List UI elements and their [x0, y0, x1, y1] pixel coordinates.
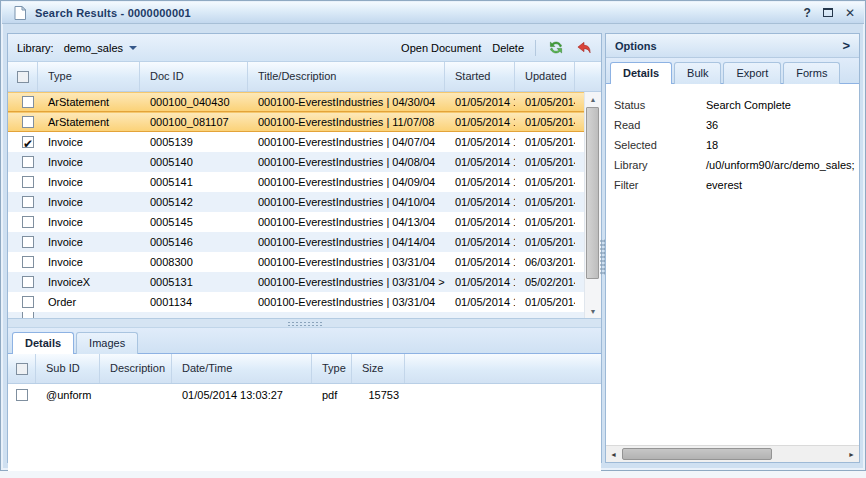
row-checkbox[interactable]: [22, 296, 34, 308]
scrollbar-thumb[interactable]: [586, 107, 599, 279]
grid-header: Type Doc ID Title/Description Started Up…: [8, 62, 601, 92]
retrieve-button[interactable]: [575, 40, 592, 56]
column-header-type[interactable]: Type: [38, 62, 140, 91]
subgrid-select-all-cell: [8, 354, 36, 383]
table-row[interactable]: @unform 01/05/2014 13:03:27 pdf 15753: [8, 384, 601, 406]
column-header-sub-id[interactable]: Sub ID: [36, 354, 100, 383]
scrollbar-down-button[interactable]: ▼: [585, 304, 601, 318]
collapse-panel-button[interactable]: >: [842, 38, 850, 53]
subgrid-header: Sub ID Description Date/Time Type Size: [8, 354, 601, 384]
row-checkbox[interactable]: [22, 96, 34, 108]
column-header-doc-id[interactable]: Doc ID: [140, 62, 248, 91]
delete-button[interactable]: Delete: [492, 42, 524, 54]
cell-doc-id: 0001134: [140, 292, 248, 312]
table-row[interactable]: InvoiceX 0005131 000100-EverestIndustrie…: [8, 272, 584, 292]
cell-description: [100, 384, 172, 406]
field-label: Status: [614, 95, 706, 115]
table-row[interactable]: ArStatement 000100_081107 000100-Everest…: [8, 112, 584, 132]
cell-type: Invoice: [38, 172, 140, 192]
cell-updated: 05/02/2014 0: [515, 272, 575, 292]
subgrid-select-all-checkbox[interactable]: [16, 363, 28, 375]
cell-file-type: pdf: [312, 384, 352, 406]
maximize-button[interactable]: [823, 8, 833, 17]
row-checkbox[interactable]: [22, 176, 34, 188]
cell-updated: 01/05/2014 1: [515, 292, 575, 312]
help-button[interactable]: ?: [804, 6, 811, 20]
column-header-size[interactable]: Size: [352, 354, 405, 383]
tab-options-export[interactable]: Export: [723, 62, 781, 84]
row-checkbox-checked[interactable]: [22, 136, 34, 148]
scrollbar-up-button[interactable]: ▲: [585, 92, 601, 106]
page-background: [0, 471, 866, 478]
tab-details[interactable]: Details: [12, 332, 74, 354]
field-read: Read 36: [614, 115, 859, 135]
cell-title: 000100-EverestIndustries | 03/31/04: [248, 252, 445, 272]
library-dropdown[interactable]: demo_sales: [64, 42, 137, 54]
scrollbar-thumb[interactable]: [622, 448, 772, 460]
cell-type: ArStatement: [38, 113, 140, 131]
cell-updated: 01/05/2014 1: [515, 93, 575, 111]
checkbox-cell: [8, 152, 38, 172]
table-row[interactable]: Invoice 0008300 000100-EverestIndustries…: [8, 252, 584, 272]
cell-started: 01/05/2014 1: [445, 113, 515, 131]
checkbox-cell: [8, 292, 38, 312]
cell-updated: 01/05/2014 1: [515, 113, 575, 131]
cell-doc-id: 0005146: [140, 232, 248, 252]
table-row[interactable]: Invoice 0005145 000100-EverestIndustries…: [8, 212, 584, 232]
open-document-button[interactable]: Open Document: [401, 42, 481, 54]
cell-type: Invoice: [38, 252, 140, 272]
table-row[interactable]: Invoice 0005142 000100-EverestIndustries…: [8, 192, 584, 212]
table-row[interactable]: Invoice 0005139 000100-EverestIndustries…: [8, 132, 584, 152]
cell-type: Order: [38, 292, 140, 312]
close-button[interactable]: ✕: [845, 6, 855, 20]
tab-images[interactable]: Images: [76, 332, 138, 354]
column-header-file-type[interactable]: Type: [312, 354, 352, 383]
row-checkbox[interactable]: [22, 236, 34, 248]
cell-started: 01/05/2014 1: [445, 132, 515, 152]
horizontal-splitter[interactable]: [8, 318, 601, 328]
cell-title: 000100-EverestIndustries | 04/08/04: [248, 152, 445, 172]
column-header-date-time[interactable]: Date/Time: [172, 354, 312, 383]
row-checkbox[interactable]: [22, 216, 34, 228]
checkbox-cell: [8, 212, 38, 232]
column-header-title[interactable]: Title/Description: [248, 62, 445, 91]
tab-options-details[interactable]: Details: [610, 62, 672, 84]
row-checkbox[interactable]: [22, 256, 34, 268]
table-row[interactable]: Invoice 0005141 000100-EverestIndustries…: [8, 172, 584, 192]
cell-started: 01/05/2014 1: [445, 93, 515, 111]
cell-updated: 01/05/2014 1: [515, 232, 575, 252]
cell-type: Invoice: [38, 152, 140, 172]
row-checkbox[interactable]: [22, 156, 34, 168]
field-value: 18: [706, 135, 718, 155]
table-row[interactable]: Invoice 0005146 000100-EverestIndustries…: [8, 232, 584, 252]
cell-started: 01/05/2014 1: [445, 152, 515, 172]
column-header-updated[interactable]: Updated: [515, 62, 575, 91]
field-status: Status Search Complete: [614, 95, 859, 115]
refresh-button[interactable]: [547, 40, 564, 56]
tab-options-bulk[interactable]: Bulk: [674, 62, 721, 84]
cell-doc-id: 0008300: [140, 252, 248, 272]
checkbox-cell: [8, 252, 38, 272]
column-header-started[interactable]: Started: [445, 62, 515, 91]
scrollbar-left-button[interactable]: ◄: [606, 446, 621, 462]
vertical-scrollbar[interactable]: ▲ ▼: [584, 92, 601, 318]
cell-started: 01/05/2014 1: [445, 232, 515, 252]
options-tabstrip: Details Bulk Export Forms: [606, 58, 859, 84]
table-row[interactable]: ArStatement 000100_040430 000100-Everest…: [8, 92, 584, 112]
row-checkbox[interactable]: [22, 116, 34, 128]
horizontal-scrollbar[interactable]: ◄ ►: [606, 445, 859, 462]
table-row[interactable]: Invoice 0005140 000100-EverestIndustries…: [8, 152, 584, 172]
row-checkbox[interactable]: [22, 196, 34, 208]
cell-updated: 06/03/2014 1: [515, 252, 575, 272]
row-checkbox[interactable]: [16, 389, 28, 401]
window-title: Search Results - 0000000001: [35, 7, 191, 19]
table-row[interactable]: Order 0001134 000100-EverestIndustries |…: [8, 292, 584, 312]
options-fields: Status Search Complete Read 36 Selected …: [606, 84, 859, 195]
tab-options-forms[interactable]: Forms: [783, 62, 840, 84]
column-header-description[interactable]: Description: [100, 354, 172, 383]
cell-started: 01/05/2014 1: [445, 272, 515, 292]
row-checkbox[interactable]: [22, 276, 34, 288]
checkbox-cell: [8, 113, 38, 131]
scrollbar-right-button[interactable]: ►: [844, 446, 859, 462]
select-all-checkbox[interactable]: [17, 71, 29, 83]
